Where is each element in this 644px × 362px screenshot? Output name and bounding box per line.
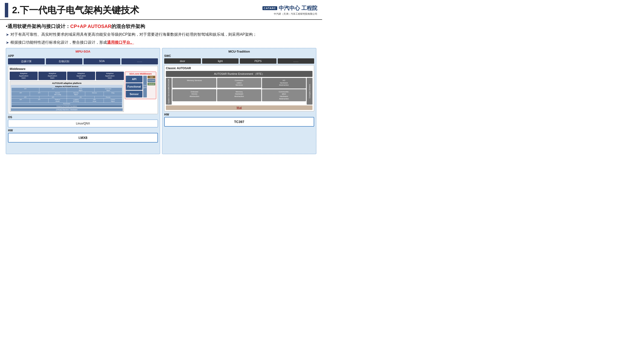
app-bar: 边缘计算 生物识别 SOA …… <box>8 58 158 64</box>
page-title: 2.下一代电子电气架构关键技术 <box>12 4 262 16</box>
p-cell: API <box>39 88 67 92</box>
panel-right: MCU-Tradition SWC door light PEPS …… Cla… <box>162 48 316 154</box>
arrow-item-1: ➤ 对于有高可靠性、高实时性要求的域采用具有更高功能安全等级的CP架构，对于需要… <box>6 32 316 38</box>
p-cell: PlatformHealth <box>48 99 67 103</box>
app-btn-2: SOA <box>84 58 120 64</box>
os-label: OS <box>8 116 158 119</box>
os-api-label: OSAPI <box>143 76 147 97</box>
p-cell: TimeMgmt <box>67 88 94 92</box>
left-panel-label: MPU-SOA <box>8 50 158 53</box>
app-btn-3: …… <box>122 58 158 64</box>
hw-label-right: HW <box>164 113 314 116</box>
bullet-main: •通用软硬件架构与接口设计：CP+AP AUTOSAR的混合软件架构 <box>6 23 316 30</box>
autosar-platform-label: AUTOSAR adaptive platform <box>11 82 123 84</box>
soa-btn-sensor: Sensor <box>126 91 142 97</box>
platform-row-1: API API ServiceSW Config SecurityMgmt Se… <box>12 92 122 96</box>
memory-hardware: MemoryHardwareAbstraction <box>217 89 261 101</box>
p-cell: ExecutionMgmt <box>95 88 122 92</box>
p-cell: Service <box>85 92 103 96</box>
platform-row-4: Bootloader <box>12 103 122 105</box>
diagram-wrapper: MPU-SOA APP 边缘计算 生物识别 SOA …… Middleware <box>6 48 316 154</box>
bullet-highlight: CP+AP AUTOSAR <box>70 24 111 29</box>
diagram: MPU-SOA APP 边缘计算 生物识别 SOA …… Middleware <box>6 48 316 154</box>
p-cell: API <box>12 99 30 103</box>
arrow2-text: 根据接口功能特性进行标准化设计，整合接口设计，形成通用接口平台。 <box>10 39 134 45</box>
adaptive-services-label: Adaptive AUTOSAR Services <box>12 86 122 87</box>
p-cell: API <box>12 88 39 92</box>
rte-bar: AUTOSAR Runtime Environment （RTE） <box>166 71 312 77</box>
classic-grid-outer: Memory Services Communi-cationServices I… <box>172 78 306 105</box>
arrow2-prefix: 根据接口功能特性进行标准化设计，整合接口设计，形成 <box>10 40 107 44</box>
arrow-icon-2: ➤ <box>6 40 9 46</box>
p-cell: API <box>12 92 30 96</box>
p-cell-bootloader: Bootloader <box>12 103 122 105</box>
classic-row2: OnboardDeviceAbstraction MemoryHardwareA… <box>172 89 306 101</box>
platform-rows: API API TimeMgmt ExecutionMgmt API <box>12 88 122 105</box>
p-cell: API <box>30 99 48 103</box>
hmi-btn: HMI <box>148 76 155 78</box>
system-services-col: System Services（MICROSAR） <box>166 78 172 105</box>
adaptive-app-3: AdaptiveApplicationSWC <box>96 72 124 80</box>
right-panel-label: MCU-Tradition <box>164 50 314 53</box>
app-btn-1: 生物识别 <box>46 58 82 64</box>
hw-value-right: TC397 <box>164 117 314 127</box>
arrow2-highlight: 通用接口平台。 <box>107 40 134 44</box>
main-content: •通用软硬件架构与接口设计：CP+AP AUTOSAR的混合软件架构 ➤ 对于有… <box>0 20 322 154</box>
arrow-icon-1: ➤ <box>6 32 9 38</box>
adaptive-app-0: AdaptiveApplicationSWC <box>10 72 38 80</box>
mw-label: Middleware <box>10 67 156 71</box>
platform-row-2: API API OS Persist. <box>12 96 122 98</box>
soa-main-btns: API Functional Sensor <box>126 76 142 97</box>
adaptive-apps: AdaptiveApplicationSWC AdaptiveApplicati… <box>10 72 124 80</box>
os-section: OS Linux/QNX <box>8 116 158 127</box>
hw-section-right: HW TC397 <box>164 113 314 127</box>
memory-services: Memory Services <box>172 78 216 88</box>
vm-hw-label: (Virtual) Machine / Hardware <box>11 108 123 111</box>
swc-label: SWC <box>164 54 314 58</box>
android-btn: Android <box>148 83 155 85</box>
p-cell: API <box>12 96 39 98</box>
swc-btn-more: …… <box>278 58 314 64</box>
autosar-platform: AUTOSAR adaptive platform Adaptive AUTOS… <box>10 81 124 112</box>
p-cell: API <box>30 92 48 96</box>
onboard-device: OnboardDeviceAbstraction <box>172 89 216 101</box>
classic-autosar-box: Classic AUTOSAR AUTOSAR Runtime Environm… <box>164 65 314 111</box>
os-value: Linux/QNX <box>8 120 158 127</box>
logo-badge: CATARC <box>262 6 277 10</box>
header: 2.下一代电子电气架构关键技术 CATARC 中汽中心 工程院 中汽研（天津）汽… <box>0 0 322 20</box>
bullet-suffix: 的混合软件架构 <box>111 24 145 29</box>
app-label: APP <box>8 54 158 58</box>
p-cell: HWAccel <box>85 99 103 103</box>
header-bar <box>5 3 8 17</box>
platform-row-3: API API PlatformHealth Logging&Tracing H… <box>12 99 122 103</box>
p-cell: Logging&Tracing <box>67 99 85 103</box>
mw-left: AdaptiveApplicationSWC AdaptiveApplicati… <box>10 72 124 113</box>
communication-services: Communi-cationServices <box>217 78 261 88</box>
panel-left: MPU-SOA APP 边缘计算 生物识别 SOA …… Middleware <box>6 48 160 154</box>
logo-name: 中汽中心 工程院 <box>279 4 317 12</box>
page: 2.下一代电子电气架构关键技术 CATARC 中汽中心 工程院 中汽研（天津）汽… <box>0 0 322 181</box>
p-cell: SecurityMgmt <box>67 92 85 96</box>
p-cell: ServiceSW Config <box>48 92 67 96</box>
swc-btn-peps: PEPS <box>240 58 276 64</box>
arrow1-text: 对于有高可靠性、高实时性要求的域采用具有更高功能安全等级的CP架构，对于需要进行… <box>10 32 257 37</box>
mcal-bar: Mcal <box>166 105 312 110</box>
hmi-sdk-col: HMI 卡片SDK Android <box>148 76 155 97</box>
soa-btn-api: API <box>126 76 142 82</box>
p-cell: CommMgmt <box>104 99 122 103</box>
bullet-prefix: •通用软硬件架构与接口设计： <box>6 24 70 29</box>
soa-btn-functional: Functional <box>126 83 142 90</box>
complex-drivers-col: Complex Drivers <box>307 78 312 105</box>
swc-btn-door: door <box>164 58 201 64</box>
classic-row1: Memory Services Communi-cationServices I… <box>172 78 306 89</box>
communic-hardware: Communtic-ationHardwareAbstraction <box>262 89 306 101</box>
platform-inner: Adaptive AUTOSAR Services API API TimeMg… <box>11 85 123 108</box>
app-btn-0: 边缘计算 <box>8 58 45 64</box>
swc-bar: door light PEPS …… <box>164 58 314 64</box>
mw-inner: AdaptiveApplicationSWC AdaptiveApplicati… <box>10 72 156 113</box>
soa-core-box-container: SOA.core Middleware API Functional Senso… <box>125 72 156 113</box>
io-hardware: I/OhardwareAbstraction <box>262 78 306 89</box>
soa-core-label: SOA.core Middleware <box>126 73 155 75</box>
arrow-item-2: ➤ 根据接口功能特性进行标准化设计，整合接口设计，形成通用接口平台。 <box>6 39 316 46</box>
hw-value-left: I.MX8 <box>8 133 158 143</box>
